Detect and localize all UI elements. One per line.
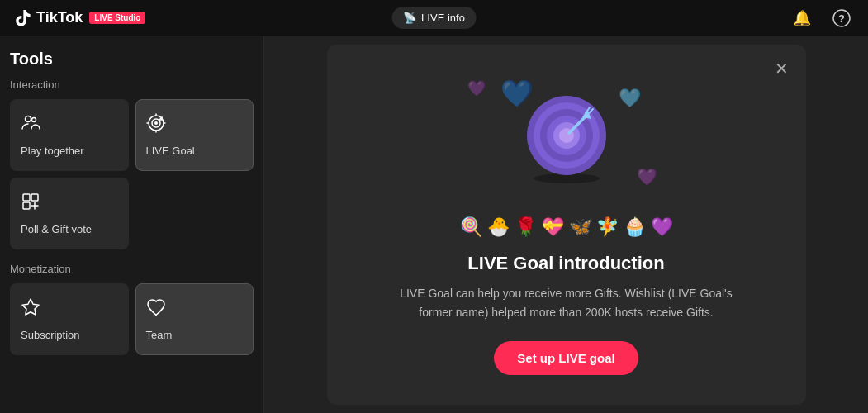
live-goal-modal: ✕ 💜 💙 🩵 💜 <box>327 45 806 405</box>
live-info-label: LIVE info <box>421 12 465 24</box>
live-info-icon: 📡 <box>403 12 416 24</box>
interaction-section-label: Interaction <box>10 78 254 91</box>
help-button[interactable]: ? <box>828 5 855 31</box>
svg-point-6 <box>154 121 158 125</box>
play-together-svg <box>21 113 40 133</box>
tool-card-poll-gift[interactable]: Poll & Gift vote <box>10 178 129 249</box>
heart-float-2: 💙 <box>500 78 534 109</box>
app-name: TikTok <box>36 9 83 26</box>
close-icon: ✕ <box>775 59 789 78</box>
header-right: 🔔 ? <box>789 5 855 31</box>
team-svg <box>146 297 166 317</box>
live-studio-badge: LIVE Studio <box>89 12 145 24</box>
modal-description: LIVE Goal can help you receive more Gift… <box>385 284 748 321</box>
tiktok-logo: TikTok <box>13 8 83 28</box>
tool-card-play-together[interactable]: Play together <box>10 99 129 171</box>
svg-point-3 <box>32 118 36 122</box>
modal-close-button[interactable]: ✕ <box>770 56 794 81</box>
modal-title: LIVE Goal introduction <box>467 253 664 274</box>
tool-card-live-goal[interactable]: LIVE Goal <box>135 99 254 171</box>
app-header: TikTok LIVE Studio 📡 LIVE info 🔔 ? <box>0 0 868 36</box>
svg-rect-8 <box>31 194 38 201</box>
heart-float-1: 💜 <box>467 79 486 97</box>
team-icon <box>146 297 166 322</box>
tool-card-subscription[interactable]: Subscription <box>10 283 129 355</box>
emoji-3: 🌹 <box>515 216 537 238</box>
sidebar-title: Tools <box>10 50 254 69</box>
emoji-8: 💜 <box>651 216 673 238</box>
live-goal-label: LIVE Goal <box>146 145 195 157</box>
setup-live-goal-button[interactable]: Set up LIVE goal <box>494 341 638 375</box>
svg-rect-7 <box>23 194 30 201</box>
live-goal-svg <box>146 113 166 133</box>
tool-card-team[interactable]: Team <box>135 283 254 355</box>
subscription-svg <box>21 297 40 317</box>
poll-svg <box>21 192 40 211</box>
emoji-1: 🍭 <box>460 216 482 238</box>
live-info-button[interactable]: 📡 LIVE info <box>391 7 477 29</box>
emoji-7: 🧁 <box>624 216 646 238</box>
subscription-label: Subscription <box>21 329 80 341</box>
illustration-area: 💜 💙 🩵 💜 <box>451 71 682 203</box>
header-left: TikTok LIVE Studio <box>13 8 145 28</box>
tiktok-icon <box>13 8 33 28</box>
emoji-6: 🧚 <box>596 216 619 238</box>
svg-rect-9 <box>23 202 30 209</box>
play-together-label: Play together <box>21 145 84 157</box>
help-icon: ? <box>832 9 851 27</box>
monetization-tools-grid: Subscription Team <box>10 283 254 355</box>
bell-icon: 🔔 <box>793 9 811 27</box>
emoji-4: 💝 <box>542 216 564 238</box>
right-panel: ✕ 💜 💙 🩵 💜 <box>264 36 868 413</box>
emoji-2: 🐣 <box>487 216 510 238</box>
svg-point-2 <box>26 116 31 122</box>
emoji-5: 🦋 <box>569 216 591 238</box>
poll-gift-icon <box>21 192 40 216</box>
heart-float-3: 🩵 <box>619 88 641 109</box>
interaction-tools-grid: Play together LIVE Goal <box>10 99 254 249</box>
monetization-section-label: Monetization <box>10 263 254 275</box>
main-content: Tools Interaction Play together <box>0 36 868 413</box>
team-label: Team <box>146 329 173 341</box>
header-center: 📡 LIVE info <box>391 7 477 29</box>
live-goal-icon <box>146 113 166 138</box>
subscription-icon <box>21 297 40 322</box>
poll-gift-label: Poll & Gift vote <box>21 223 92 235</box>
emoji-row: 🍭 🐣 🌹 💝 🦋 🧚 🧁 💜 <box>460 216 673 238</box>
notification-button[interactable]: 🔔 <box>789 5 815 31</box>
sidebar: Tools Interaction Play together <box>0 36 264 413</box>
svg-text:?: ? <box>838 12 845 25</box>
heart-float-4: 💜 <box>637 167 657 187</box>
play-together-icon <box>21 113 40 138</box>
